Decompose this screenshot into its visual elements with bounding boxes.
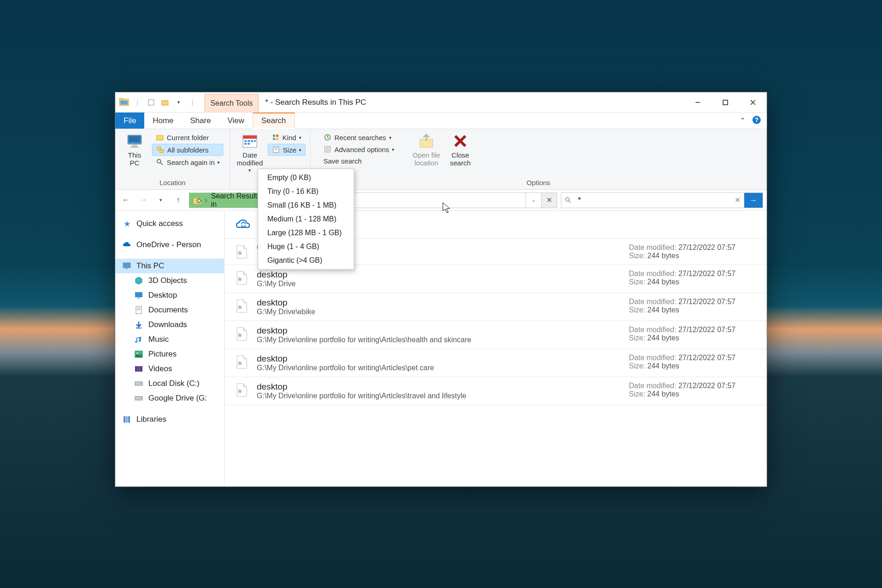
result-row[interactable]: desktopG:\My Drive\ebikeDate modified: 2… — [225, 293, 767, 321]
nav-pictures[interactable]: Pictures — [115, 347, 224, 362]
result-date: 27/12/2022 07:57 — [678, 354, 736, 362]
nav-local-disk[interactable]: Local Disk (C:) — [115, 376, 224, 391]
size-option-empty[interactable]: Empty (0 KB) — [258, 171, 354, 185]
address-dropdown-button[interactable]: ⌄ — [526, 193, 541, 208]
help-icon[interactable]: ? — [752, 115, 761, 126]
current-folder-button[interactable]: Current folder — [152, 132, 223, 143]
qa-new-folder-icon[interactable] — [158, 96, 171, 109]
close-button[interactable] — [739, 93, 767, 112]
pc-icon — [122, 261, 132, 271]
date-modified-label: Date modified: — [629, 326, 676, 334]
svg-rect-3 — [148, 100, 154, 105]
recent-icon — [323, 133, 332, 141]
chevron-down-icon: ▾ — [217, 160, 220, 165]
size-option-small[interactable]: Small (16 KB - 1 MB) — [258, 198, 354, 212]
search-input[interactable] — [575, 193, 730, 208]
collapse-ribbon-icon[interactable]: ⌃ — [740, 116, 746, 125]
advanced-options-button[interactable]: Advanced options▾ — [320, 144, 407, 155]
onedrive-sync-icon — [234, 215, 252, 234]
recent-locations-button[interactable]: ▾ — [154, 193, 168, 207]
this-pc-button[interactable]: This PC — [120, 131, 149, 168]
kind-button[interactable]: Kind▾ — [268, 132, 305, 143]
back-button[interactable]: ← — [119, 193, 133, 207]
result-path: G:\My Drive\online portfolio for writing… — [257, 336, 622, 344]
svg-text:?: ? — [755, 116, 759, 124]
nav-videos[interactable]: Videos — [115, 362, 224, 376]
file-icon — [234, 326, 250, 342]
address-bar[interactable]: › Search Results in ⌄ ✕ — [189, 192, 557, 208]
nav-google-drive[interactable]: Google Drive (G: — [115, 391, 224, 406]
result-row[interactable]: desktopG:\My Drive\online portfolio for … — [225, 349, 767, 377]
size-option-tiny[interactable]: Tiny (0 - 16 KB) — [258, 185, 354, 198]
open-location-icon — [417, 132, 435, 150]
all-subfolders-label: All subfolders — [167, 146, 209, 154]
nav-music[interactable]: Music — [115, 332, 224, 347]
size-option-gigantic[interactable]: Gigantic (>4 GB) — [258, 254, 354, 267]
current-folder-label: Current folder — [167, 134, 209, 141]
size-label: Size: — [629, 278, 645, 286]
all-subfolders-button[interactable]: All subfolders — [152, 144, 223, 156]
nav-desktop[interactable]: Desktop — [115, 288, 224, 303]
up-button[interactable]: ↑ — [171, 193, 185, 207]
svg-point-61 — [141, 383, 141, 384]
search-go-button[interactable]: → — [744, 193, 763, 208]
file-icon — [234, 298, 250, 314]
location-group-label: Location — [120, 178, 225, 188]
search-clear-button[interactable]: ✕ — [730, 193, 744, 208]
size-button[interactable]: Size▾ — [268, 144, 305, 156]
svg-rect-58 — [135, 366, 136, 372]
nav-3d-objects[interactable]: 3D Objects — [115, 273, 224, 288]
navigation-pane: ★Quick access OneDrive - Person This PC … — [115, 211, 225, 486]
nav-documents[interactable]: Documents — [115, 303, 224, 317]
date-modified-label: Date modified: — [629, 382, 676, 390]
svg-rect-28 — [273, 135, 275, 137]
svg-rect-16 — [157, 147, 161, 150]
music-icon — [134, 334, 144, 345]
forward-button[interactable]: → — [136, 193, 150, 207]
tab-home[interactable]: Home — [144, 113, 181, 129]
address-breadcrumb[interactable]: › Search Results in — [189, 193, 266, 208]
open-file-location-button[interactable]: Open file location — [410, 131, 443, 168]
svg-rect-50 — [137, 298, 140, 299]
size-option-large[interactable]: Large (128 MB - 1 GB) — [258, 226, 354, 240]
close-search-button[interactable]: Close search — [446, 131, 475, 168]
size-option-medium[interactable]: Medium (1 - 128 MB) — [258, 212, 354, 226]
qa-properties-icon[interactable] — [145, 96, 158, 109]
svg-point-45 — [565, 198, 569, 201]
svg-rect-6 — [723, 100, 728, 105]
libraries-icon — [122, 414, 132, 424]
nav-quick-access[interactable]: ★Quick access — [115, 216, 224, 231]
tab-view[interactable]: View — [219, 113, 253, 129]
recent-searches-button[interactable]: Recent searches▾ — [320, 132, 407, 143]
save-search-button[interactable]: Save search — [320, 156, 407, 166]
result-row[interactable]: desktopG:\My Drive\online portfolio for … — [225, 321, 767, 349]
nav-this-pc[interactable]: This PC — [115, 259, 224, 273]
nav-onedrive[interactable]: OneDrive - Person — [115, 237, 224, 252]
tab-file[interactable]: File — [115, 113, 144, 129]
svg-rect-31 — [276, 138, 278, 140]
tab-search[interactable]: Search — [253, 113, 295, 129]
tab-share[interactable]: Share — [182, 113, 219, 129]
close-icon — [451, 132, 469, 150]
nav-downloads[interactable]: Downloads — [115, 317, 224, 332]
qa-separator2: | — [186, 96, 199, 109]
svg-rect-12 — [129, 136, 141, 142]
maximize-button[interactable] — [712, 93, 739, 112]
nav-libraries[interactable]: Libraries — [115, 412, 224, 427]
size-label: Size: — [629, 390, 645, 398]
search-again-button[interactable]: Search again in▾ — [152, 157, 223, 168]
search-box[interactable]: ✕ → — [561, 192, 763, 208]
options-group-label: Options — [315, 178, 762, 188]
address-clear-button[interactable]: ✕ — [541, 193, 557, 208]
window-title: * - Search Results in This PC — [259, 92, 684, 112]
size-option-huge[interactable]: Huge (1 - 4 GB) — [258, 240, 354, 254]
result-row[interactable]: desktopG:\My Drive\online portfolio for … — [225, 377, 767, 405]
qa-customize-dropdown-icon[interactable]: ▾ — [172, 96, 185, 109]
chevron-down-icon: ▾ — [299, 135, 301, 140]
date-modified-button[interactable]: Date modified▾ — [235, 131, 265, 174]
result-size: 244 bytes — [647, 306, 679, 314]
download-icon — [134, 320, 144, 330]
minimize-button[interactable] — [684, 93, 712, 112]
search-tools-context-tab[interactable]: Search Tools — [204, 94, 259, 112]
result-date: 27/12/2022 07:57 — [678, 243, 736, 251]
